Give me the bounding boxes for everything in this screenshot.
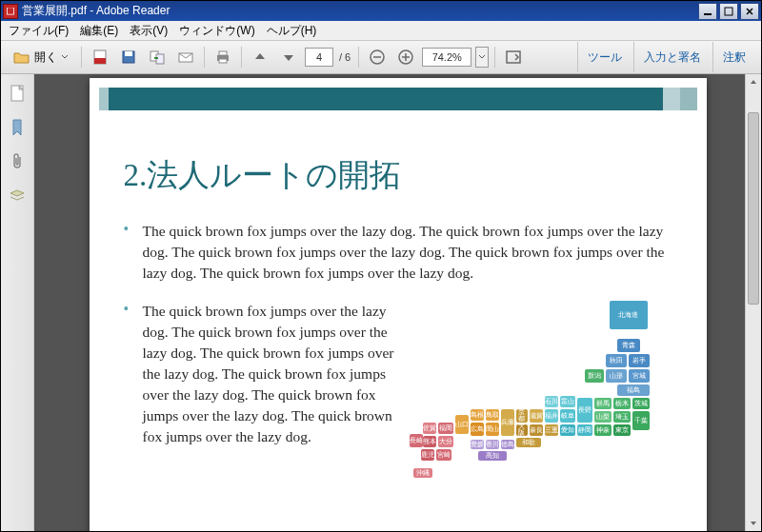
attachments-panel-button[interactable] (8, 152, 27, 171)
zoom-out-button[interactable] (365, 45, 390, 69)
sign-link[interactable]: 入力と署名 (633, 42, 711, 72)
map-region-ibaraki: 茨城 (632, 398, 650, 409)
close-button[interactable] (740, 3, 759, 20)
prev-page-button[interactable] (248, 45, 272, 69)
zoom-dropdown[interactable] (475, 47, 489, 68)
menu-window[interactable]: ウィンドウ(W) (173, 21, 260, 41)
map-region-wakayama: 和歌 (516, 438, 541, 447)
map-region-ishikawa: 石川 (545, 396, 558, 407)
svg-rect-7 (125, 51, 132, 56)
titlebar[interactable]: 営業展開.pdf - Adobe Reader (1, 1, 761, 21)
map-region-nagasaki: 長崎 (410, 434, 423, 447)
separator (494, 47, 495, 68)
map-region-saitama: 埼玉 (613, 411, 631, 423)
bullet-dot-icon: • (124, 221, 143, 284)
separator (241, 47, 242, 68)
map-region-kagawa: 香川 (486, 440, 499, 449)
map-region-aomori: 青森 (617, 339, 640, 352)
bookmarks-panel-button[interactable] (8, 118, 27, 137)
menubar: ファイル(F) 編集(E) 表示(V) ウィンドウ(W) ヘルプ(H) (1, 21, 761, 41)
right-links: ツール 入力と署名 注釈 (577, 42, 755, 72)
print-button[interactable] (211, 45, 235, 69)
map-region-nara: 奈良 (530, 424, 543, 436)
minimize-button[interactable] (698, 3, 717, 20)
map-region-oita: 大分 (438, 436, 453, 447)
toolbar: 開く 4 / 6 74.2% ツール 入力と署名 注釈 (1, 41, 761, 74)
map-region-okinawa: 沖縄 (413, 468, 432, 478)
menu-view[interactable]: 表示(V) (124, 21, 173, 41)
zoom-value-input[interactable]: 74.2% (422, 48, 471, 67)
zoom-in-button[interactable] (393, 45, 418, 69)
sidebar (1, 74, 34, 531)
email-button[interactable] (173, 45, 198, 69)
chevron-down-icon (478, 53, 486, 61)
scroll-thumb[interactable] (748, 112, 759, 305)
layers-panel-button[interactable] (8, 187, 27, 206)
slide-content: 2.法人ルートの開拓 • The quick brown fox jumps o… (124, 154, 678, 464)
map-region-kyoto: 京都 (516, 409, 528, 423)
save-button[interactable] (116, 45, 141, 69)
create-pdf-icon (91, 49, 109, 66)
separator (81, 47, 82, 68)
thumbnails-panel-button[interactable] (8, 84, 27, 103)
read-mode-button[interactable] (501, 45, 526, 69)
bullet-text: The quick brown fox jumps over the lazy … (143, 301, 400, 447)
save-icon (120, 49, 137, 66)
map-region-hokkaido: 北海道 (610, 301, 648, 329)
separator (358, 47, 359, 68)
map-region-miyazaki: 宮崎 (436, 449, 451, 461)
bullet-text: The quick brown fox jumps over the lazy … (143, 221, 678, 284)
bullet-item: • The quick brown fox jumps over the laz… (124, 221, 678, 284)
map-region-tottori: 鳥取 (486, 409, 499, 421)
map-region-toyama: 富山 (560, 396, 575, 407)
email-icon (177, 49, 194, 66)
open-button[interactable]: 開く (7, 45, 75, 69)
map-region-yamaguchi: 山口 (455, 415, 469, 434)
map-region-hyogo: 兵庫 (501, 409, 514, 436)
map-region-akita: 秋田 (606, 354, 627, 367)
map-region-tokyo: 東京 (613, 424, 631, 436)
document-viewer[interactable]: 2.法人ルートの開拓 • The quick brown fox jumps o… (34, 74, 761, 531)
chevron-down-icon (61, 53, 69, 61)
create-pdf-button[interactable] (88, 45, 112, 69)
arrow-up-icon (252, 49, 268, 65)
menu-help[interactable]: ヘルプ(H) (261, 21, 323, 41)
next-page-button[interactable] (276, 45, 301, 69)
maximize-button[interactable] (719, 3, 738, 20)
folder-open-icon (13, 49, 30, 65)
svg-rect-0 (704, 13, 712, 15)
map-region-shimane: 島根 (471, 409, 484, 421)
arrow-down-icon (281, 49, 296, 65)
convert-button[interactable] (145, 45, 170, 69)
body: 2.法人ルートの開拓 • The quick brown fox jumps o… (1, 74, 761, 531)
scroll-down-button[interactable] (746, 516, 761, 531)
map-region-kanagawa: 神奈 (594, 424, 612, 436)
scroll-up-button[interactable] (746, 74, 761, 89)
app-icon (3, 4, 18, 19)
map-region-niigata: 新潟 (585, 369, 604, 383)
map-region-fukuoka: 福岡 (438, 423, 453, 434)
minus-icon (369, 49, 386, 66)
map-region-nagano: 長野 (577, 398, 592, 423)
svg-rect-13 (219, 59, 227, 63)
tools-link[interactable]: ツール (577, 42, 632, 72)
app-window: 営業展開.pdf - Adobe Reader ファイル(F) 編集(E) 表示… (0, 0, 762, 532)
svg-rect-5 (94, 58, 106, 64)
bullet-list: • The quick brown fox jumps over the laz… (124, 221, 678, 464)
menu-edit[interactable]: 編集(E) (74, 21, 124, 41)
page-number-input[interactable]: 4 (305, 48, 333, 67)
menu-file[interactable]: ファイル(F) (3, 21, 74, 41)
page-icon (10, 85, 25, 102)
plus-icon (397, 49, 414, 66)
window-buttons (698, 3, 759, 20)
layers-icon (9, 188, 26, 204)
map-region-saga: 佐賀 (423, 423, 436, 434)
svg-rect-12 (219, 51, 227, 55)
comment-link[interactable]: 注釈 (712, 42, 755, 72)
convert-icon (149, 49, 166, 66)
map-region-gifu: 岐阜 (560, 409, 575, 423)
bullet-dot-icon: • (124, 301, 143, 447)
vertical-scrollbar[interactable] (745, 74, 761, 531)
map-region-okayama: 岡山 (486, 423, 499, 436)
map-region-tochigi: 栃木 (613, 398, 631, 409)
